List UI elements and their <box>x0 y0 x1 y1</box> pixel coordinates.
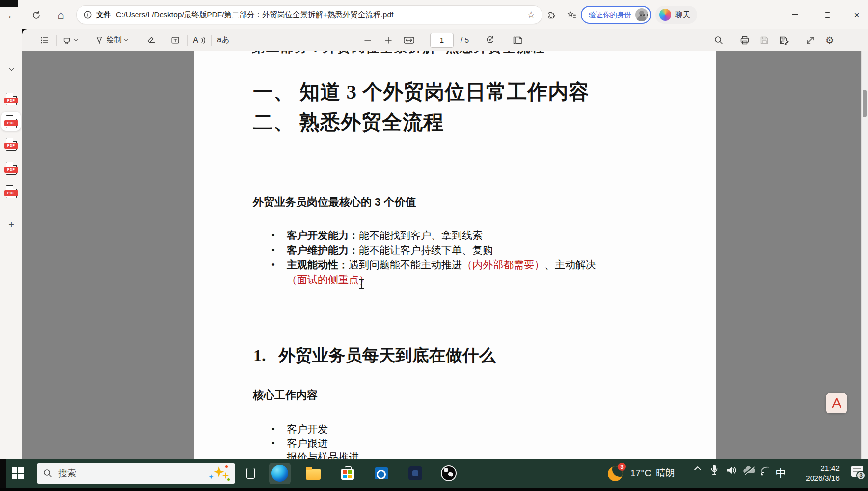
task-view-button[interactable] <box>242 463 263 484</box>
refresh-icon[interactable] <box>28 7 44 23</box>
chat-label: 聊天 <box>675 10 690 20</box>
toolbar-separator <box>56 35 57 46</box>
copilot-chat-button[interactable]: 聊天 <box>655 6 697 24</box>
weather-desc: 晴朗 <box>656 467 675 480</box>
outlook-button[interactable] <box>371 463 392 484</box>
search-highlights-sparkle-icon <box>208 465 229 482</box>
scrollbar-thumb[interactable] <box>863 90 867 117</box>
pdf-tab-4[interactable]: PDF <box>3 160 19 176</box>
pdf-page: 第二部分：外贸岗位全景拆解+熟悉外贸全流程 一、 知道 3 个外贸岗位日常工作内… <box>194 51 716 459</box>
obs-button[interactable] <box>438 463 460 484</box>
close-button[interactable]: × <box>845 6 868 24</box>
weather-text[interactable]: 17°C 晴朗 <box>630 459 675 488</box>
pdf-file-icon: PDF <box>6 138 17 151</box>
file-explorer-button[interactable] <box>302 463 324 484</box>
favorite-star-icon[interactable]: ☆ <box>527 9 535 20</box>
toolbar-separator <box>163 35 163 46</box>
back-icon[interactable]: ← <box>4 7 20 23</box>
clock-time: 21:42 <box>820 464 840 473</box>
taskbar-search-box[interactable]: 搜索 <box>37 463 235 484</box>
acrobat-icon <box>831 398 842 409</box>
text-cursor <box>359 279 364 289</box>
notification-center-button[interactable]: 3 <box>850 465 865 480</box>
address-bar[interactable]: 文件 C:/Users/L/Desktop/最终版PDF/第二部分：外贸岗位全景… <box>76 5 542 24</box>
toolbar-separator <box>187 35 188 46</box>
read-aloud-icon[interactable]: A <box>192 33 206 48</box>
network-signal-icon[interactable] <box>760 465 772 476</box>
collapse-toolbar-icon[interactable] <box>6 64 17 75</box>
pdf-tab-2-active[interactable]: PDF <box>1 112 21 131</box>
extensions-icon[interactable] <box>544 7 560 23</box>
favorites-bar-icon[interactable] <box>564 7 579 23</box>
minimize-button[interactable] <box>784 6 806 24</box>
store-icon <box>341 469 354 480</box>
microphone-icon[interactable] <box>710 464 719 477</box>
add-text-icon[interactable] <box>168 33 182 48</box>
open-in-acrobat-button[interactable] <box>826 393 847 413</box>
copilot-icon <box>659 9 671 21</box>
zoom-out-icon[interactable] <box>361 33 375 48</box>
zoom-in-icon[interactable] <box>381 33 395 48</box>
browser-titlebar: ← ⌂ 文件 C:/Users/L/Desktop/最终版PDF/第二部分：外贸… <box>0 0 868 29</box>
settings-gear-icon[interactable]: ⚙ <box>823 33 837 48</box>
translate-icon[interactable]: aあ <box>217 33 230 48</box>
draw-button[interactable]: 绘制 <box>94 33 128 48</box>
doc-heading-2: 二、 熟悉外贸全流程 <box>253 109 444 136</box>
core-bullet-list: • 客户开发 • 客户跟进 报价与样品推进 <box>271 422 359 459</box>
recording-artifact <box>0 0 18 7</box>
toolbar-separator <box>476 35 476 46</box>
toc-icon[interactable] <box>38 33 52 48</box>
titlebar-separator <box>560 10 560 20</box>
maximize-button[interactable] <box>816 6 839 24</box>
print-icon[interactable] <box>738 33 752 48</box>
rotate-icon[interactable] <box>483 33 497 48</box>
highlighter-icon[interactable] <box>62 33 78 48</box>
fit-to-width-icon[interactable] <box>402 33 416 48</box>
more-menu-icon[interactable] <box>636 7 652 23</box>
start-button[interactable] <box>7 463 28 484</box>
hidden-icons-chevron[interactable] <box>693 465 702 471</box>
microsoft-store-button[interactable] <box>337 463 358 484</box>
eraser-icon[interactable] <box>144 33 158 48</box>
scrollbar-track[interactable] <box>861 51 868 459</box>
home-icon[interactable]: ⌂ <box>53 7 69 23</box>
pdf-tab-5[interactable]: PDF <box>3 184 19 199</box>
toolbar-separator <box>732 35 732 46</box>
task-view-icon <box>246 468 258 479</box>
obs-icon <box>441 465 457 481</box>
info-icon[interactable] <box>83 10 92 19</box>
ime-indicator[interactable]: 中 <box>776 459 786 488</box>
list-item: 报价与样品推进 <box>271 450 359 459</box>
windows-taskbar: 搜索 3 1 <box>0 459 868 488</box>
speaker-icon[interactable] <box>726 465 738 475</box>
list-item: • 客户开发 <box>271 422 359 437</box>
pdf-file-icon: PDF <box>6 115 17 128</box>
fullscreen-icon[interactable] <box>803 33 817 48</box>
page-view-icon[interactable] <box>511 33 525 48</box>
toolbar-separator <box>211 35 212 46</box>
weather-widget-icon[interactable]: 3 <box>607 463 627 484</box>
taskbar-clock[interactable]: 21:42 2026/3/16 <box>793 459 840 488</box>
pdf-file-icon: PDF <box>6 162 17 175</box>
chevron-down-icon[interactable] <box>124 37 129 42</box>
pdf-tab-3[interactable]: PDF <box>3 136 19 152</box>
onedrive-paused-icon[interactable] <box>742 465 756 475</box>
dark-app-button[interactable] <box>405 463 426 484</box>
verify-identity-label: 验证你的身份 <box>589 10 631 20</box>
screen: ← ⌂ 文件 C:/Users/L/Desktop/最终版PDF/第二部分：外贸… <box>0 0 868 491</box>
clipped-heading-line: 第二部分：外贸岗位全景拆解+熟悉外贸全流程 <box>252 51 615 55</box>
new-tab-button[interactable]: + <box>5 218 18 231</box>
save-as-icon[interactable] <box>777 33 791 48</box>
pdf-tab-1[interactable]: PDF <box>3 91 19 106</box>
pdf-viewer-pane[interactable]: 第二部分：外贸岗位全景拆解+熟悉外贸全流程 一、 知道 3 个外贸岗位日常工作内… <box>22 51 868 459</box>
app-icon-dark-blue <box>408 466 422 480</box>
list-item: • 客户跟进 <box>271 437 359 451</box>
core-work-heading: 核心工作内容 <box>253 388 318 403</box>
edge-taskbar-button[interactable] <box>269 463 291 484</box>
search-icon[interactable] <box>712 33 726 48</box>
taskbar-left-artifact <box>0 459 6 488</box>
chevron-down-icon[interactable] <box>74 37 79 42</box>
toolbar-separator <box>504 35 504 46</box>
page-number-input[interactable] <box>430 33 454 48</box>
clock-date: 2026/3/16 <box>806 473 840 483</box>
